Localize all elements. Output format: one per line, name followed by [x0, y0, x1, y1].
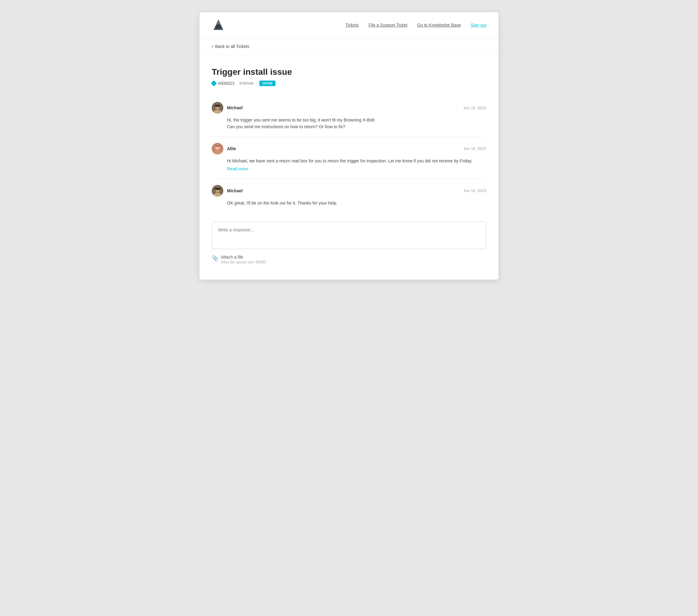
- status-label: STATUS:: [239, 82, 255, 85]
- attach-hint: (Max file upload size 30MB): [221, 260, 266, 264]
- author-name: Michael: [227, 105, 242, 110]
- ticket-title: Trigger install issue: [212, 67, 486, 77]
- nav-knowledge-base[interactable]: Go to Knowledge Base: [417, 23, 461, 27]
- chevron-left-icon: ‹: [212, 44, 213, 49]
- svg-point-8: [216, 106, 219, 108]
- read-more-link[interactable]: Read more: [227, 165, 248, 172]
- logo-wrap: [212, 18, 225, 32]
- attach-text: Attach a file (Max file upload size 30MB…: [221, 255, 266, 264]
- author-name: Allie: [227, 146, 236, 151]
- ticket-meta: #000023 STATUS: OPEN: [212, 81, 486, 86]
- message-body: OK great, I'll be on the look out for it…: [212, 200, 486, 206]
- logo-icon: [212, 18, 225, 32]
- message-header: Michael Jun 14, 2023: [212, 185, 486, 196]
- nav-links: Tickets File a Support Ticket Go to Know…: [345, 23, 486, 27]
- avatar: [212, 185, 223, 196]
- ticket-id: #000023: [218, 81, 235, 86]
- nav-sign-out[interactable]: Sign out: [471, 23, 486, 27]
- status-badge: OPEN: [259, 81, 276, 86]
- ticket-id-wrap: #000023: [212, 81, 235, 86]
- main-card: Tickets File a Support Ticket Go to Know…: [199, 12, 499, 279]
- avatar: [212, 143, 223, 154]
- attach-file-label[interactable]: Attach a file: [221, 255, 266, 259]
- breadcrumb-label: Back to all Tickets: [215, 44, 249, 49]
- message-date: Jun 14, 2023: [463, 146, 486, 151]
- message-item: Allie Jun 14, 2023 Hi Michael, we have s…: [212, 137, 486, 179]
- nav-tickets[interactable]: Tickets: [345, 23, 359, 27]
- message-header: Allie Jun 14, 2023: [212, 143, 486, 154]
- main-content: Trigger install issue #000023 STATUS: OP…: [199, 55, 499, 279]
- message-date: Jun 14, 2023: [463, 188, 486, 193]
- top-nav: Tickets File a Support Ticket Go to Know…: [199, 12, 499, 38]
- message-body: Hi, the trigger you sent me seems to be …: [212, 117, 486, 131]
- message-item: Michael Jun 14, 2023 Hi, the trigger you…: [212, 96, 486, 137]
- message-body: Hi Michael, we have sent a return mail b…: [212, 158, 486, 173]
- message-header: Michael Jun 14, 2023: [212, 102, 486, 113]
- response-area: 📎 Attach a file (Max file upload size 30…: [212, 222, 486, 264]
- message-date: Jun 14, 2023: [463, 106, 486, 110]
- nav-file-ticket[interactable]: File a Support Ticket: [368, 23, 408, 27]
- breadcrumb[interactable]: ‹ Back to all Tickets: [212, 44, 486, 49]
- message-item: Michael Jun 14, 2023 OK great, I'll be o…: [212, 179, 486, 213]
- response-textarea[interactable]: [212, 222, 486, 249]
- svg-point-17: [216, 189, 219, 191]
- ticket-diamond-icon: [211, 80, 217, 86]
- message-author: Allie: [212, 143, 236, 154]
- attach-row: 📎 Attach a file (Max file upload size 30…: [212, 255, 486, 264]
- paperclip-icon: 📎: [212, 255, 219, 262]
- messages-list: Michael Jun 14, 2023 Hi, the trigger you…: [212, 96, 486, 213]
- breadcrumb-bar: ‹ Back to all Tickets: [199, 38, 499, 55]
- message-author: Michael: [212, 185, 242, 196]
- message-author: Michael: [212, 102, 242, 113]
- avatar: [212, 102, 223, 113]
- author-name: Michael: [227, 188, 242, 193]
